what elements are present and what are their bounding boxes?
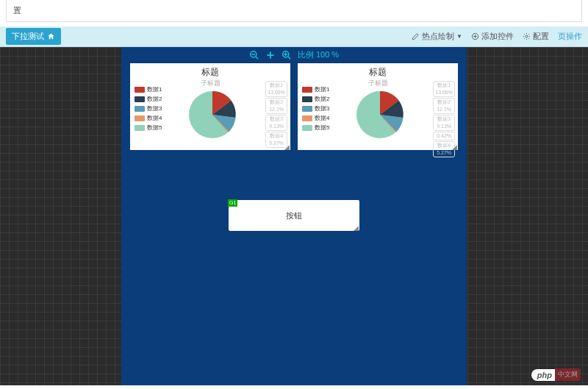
- toolbar-right: 热点绘制 ▼ 添加控件 配置 页操作: [412, 31, 582, 42]
- chart-legend: 数据1 数据2 数据3 数据4 数据5: [135, 85, 162, 133]
- resize-handle-icon[interactable]: ◢: [452, 145, 457, 149]
- pie-chart: [183, 85, 242, 144]
- dropdown-test-pill[interactable]: 下拉测试: [6, 28, 61, 45]
- zoom-out-icon[interactable]: [249, 50, 259, 60]
- chart-data-labels: 数据113.08% 数据212.1% 数据39.13% 数据45.27%: [265, 81, 287, 149]
- pie-chart-widget-2[interactable]: 标题 子标题 数据1 数据2 数据3 数据4 数据5 数据113.08%: [298, 63, 458, 150]
- zoom-label: 比例 100 %: [298, 49, 339, 60]
- hotspot-draw-button[interactable]: 热点绘制 ▼: [412, 31, 462, 42]
- resize-handle-icon[interactable]: ◢: [354, 226, 359, 230]
- breadcrumb-bar: 置: [6, 0, 582, 22]
- watermark: php 中文网: [531, 368, 581, 381]
- config-button[interactable]: 配置: [523, 31, 549, 42]
- page-ops-button[interactable]: 页操作: [558, 31, 582, 42]
- button-widget[interactable]: G1 按钮 ◢: [229, 200, 359, 231]
- zoom-in-icon[interactable]: [282, 50, 292, 60]
- page-stage[interactable]: 比例 100 % 标题 子标题 数据1 数据2 数据3 数据4 数据5: [121, 47, 467, 385]
- widget-tag: G1: [228, 199, 237, 207]
- home-icon: [47, 32, 55, 40]
- gear-icon: [523, 32, 531, 40]
- zoom-controls: 比例 100 %: [249, 49, 339, 60]
- chart-title: 标题: [298, 63, 458, 79]
- resize-handle-icon[interactable]: ◢: [284, 145, 290, 149]
- svg-point-1: [526, 35, 528, 38]
- chart-legend: 数据1 数据2 数据3 数据4 数据5: [302, 85, 329, 133]
- button-label: 按钮: [286, 210, 302, 221]
- plus-circle-icon: [471, 32, 479, 40]
- chevron-down-icon: ▼: [456, 33, 462, 40]
- chart-title: 标题: [130, 63, 290, 79]
- pie-chart-widget-1[interactable]: 标题 子标题 数据1 数据2 数据3 数据4 数据5 数据113.08%: [130, 63, 290, 150]
- breadcrumb-text: 置: [13, 5, 21, 16]
- canvas-area: 比例 100 % 标题 子标题 数据1 数据2 数据3 数据4 数据5: [0, 47, 588, 385]
- add-widget-button[interactable]: 添加控件: [471, 31, 514, 42]
- toolbar: 下拉测试 热点绘制 ▼ 添加控件 配置 页操作: [0, 26, 588, 47]
- edit-icon: [412, 32, 420, 40]
- pill-label: 下拉测试: [12, 31, 44, 42]
- zoom-reset-icon[interactable]: [265, 50, 276, 60]
- pie-chart: [351, 85, 409, 144]
